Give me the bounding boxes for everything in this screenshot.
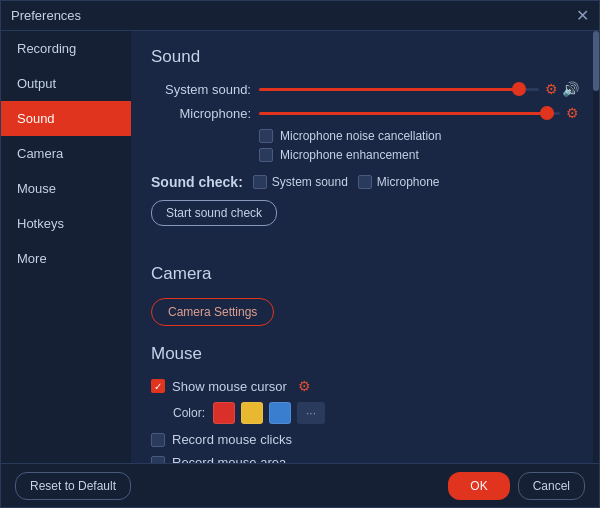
enhancement-label: Microphone enhancement — [280, 148, 419, 162]
record-area-label: Record mouse area — [172, 455, 286, 463]
sidebar-item-sound[interactable]: Sound — [1, 101, 131, 136]
sidebar-item-camera[interactable]: Camera — [1, 136, 131, 171]
bottom-bar: Reset to Default OK Cancel — [1, 463, 599, 507]
system-sound-gear-icon[interactable]: ⚙ — [545, 81, 558, 97]
system-sound-check-option: System sound — [253, 175, 348, 189]
system-sound-slider[interactable] — [259, 88, 539, 91]
content: Sound System sound: ⚙ 🔊 Microphone: — [131, 31, 599, 463]
system-sound-check-label: System sound — [272, 175, 348, 189]
camera-settings-button[interactable]: Camera Settings — [151, 298, 274, 326]
record-clicks-row: Record mouse clicks — [151, 432, 579, 447]
system-sound-check-checkbox[interactable] — [253, 175, 267, 189]
camera-section-title: Camera — [151, 264, 579, 284]
close-button[interactable]: ✕ — [576, 8, 589, 24]
noise-cancellation-label: Microphone noise cancellation — [280, 129, 441, 143]
microphone-gear-icon[interactable]: ⚙ — [566, 105, 579, 121]
bottom-right-buttons: OK Cancel — [448, 472, 585, 500]
noise-cancellation-checkbox[interactable] — [259, 129, 273, 143]
mouse-section-title: Mouse — [151, 344, 579, 364]
microphone-checkboxes: Microphone noise cancellation Microphone… — [259, 129, 579, 162]
reset-to-default-button[interactable]: Reset to Default — [15, 472, 131, 500]
noise-cancellation-item: Microphone noise cancellation — [259, 129, 579, 143]
sidebar-item-mouse[interactable]: Mouse — [1, 171, 131, 206]
scrollbar-track — [593, 31, 599, 463]
enhancement-item: Microphone enhancement — [259, 148, 579, 162]
record-area-row: Record mouse area — [151, 455, 579, 463]
sidebar: Recording Output Sound Camera Mouse Hotk… — [1, 31, 131, 463]
cursor-color-red[interactable] — [213, 402, 235, 424]
cursor-color-blue[interactable] — [269, 402, 291, 424]
show-cursor-row: ✓ Show mouse cursor ⚙ — [151, 378, 579, 394]
titlebar: Preferences ✕ — [1, 1, 599, 31]
sidebar-item-recording[interactable]: Recording — [1, 31, 131, 66]
microphone-slider-container: ⚙ — [259, 105, 579, 121]
cursor-color-row: Color: ··· — [173, 402, 579, 424]
microphone-icons: ⚙ — [566, 105, 579, 121]
show-cursor-label: Show mouse cursor — [172, 379, 287, 394]
system-sound-icons: ⚙ 🔊 — [545, 81, 579, 97]
system-sound-speaker-icon[interactable]: 🔊 — [562, 81, 579, 97]
ok-button[interactable]: OK — [448, 472, 509, 500]
window-title: Preferences — [11, 8, 81, 23]
system-sound-row: System sound: ⚙ 🔊 — [151, 81, 579, 97]
camera-section: Camera Camera Settings — [151, 264, 579, 326]
system-sound-slider-container: ⚙ 🔊 — [259, 81, 579, 97]
microphone-check-option: Microphone — [358, 175, 440, 189]
cancel-button[interactable]: Cancel — [518, 472, 585, 500]
sound-check-label: Sound check: — [151, 174, 243, 190]
record-area-checkbox[interactable] — [151, 456, 165, 464]
microphone-check-label: Microphone — [377, 175, 440, 189]
sound-section: Sound System sound: ⚙ 🔊 Microphone: — [151, 47, 579, 244]
scrollbar-thumb[interactable] — [593, 31, 599, 91]
cursor-gear-icon[interactable]: ⚙ — [298, 378, 311, 394]
microphone-check-checkbox[interactable] — [358, 175, 372, 189]
mouse-section: Mouse ✓ Show mouse cursor ⚙ Color: ··· — [151, 344, 579, 463]
show-cursor-checkbox[interactable]: ✓ — [151, 379, 165, 393]
sound-section-title: Sound — [151, 47, 579, 67]
cursor-color-yellow[interactable] — [241, 402, 263, 424]
content-wrapper: Sound System sound: ⚙ 🔊 Microphone: — [131, 31, 599, 463]
cursor-color-label: Color: — [173, 406, 205, 420]
system-sound-label: System sound: — [151, 82, 251, 97]
record-clicks-checkbox[interactable] — [151, 433, 165, 447]
record-clicks-label: Record mouse clicks — [172, 432, 292, 447]
microphone-row: Microphone: ⚙ — [151, 105, 579, 121]
microphone-label: Microphone: — [151, 106, 251, 121]
main-body: Recording Output Sound Camera Mouse Hotk… — [1, 31, 599, 463]
preferences-window: Preferences ✕ Recording Output Sound Cam… — [0, 0, 600, 508]
enhancement-checkbox[interactable] — [259, 148, 273, 162]
sound-check-row: Sound check: System sound Microphone — [151, 174, 579, 190]
start-sound-check-button[interactable]: Start sound check — [151, 200, 277, 226]
cursor-more-colors-button[interactable]: ··· — [297, 402, 325, 424]
microphone-slider[interactable] — [259, 112, 560, 115]
sidebar-item-more[interactable]: More — [1, 241, 131, 276]
sidebar-item-output[interactable]: Output — [1, 66, 131, 101]
sidebar-item-hotkeys[interactable]: Hotkeys — [1, 206, 131, 241]
